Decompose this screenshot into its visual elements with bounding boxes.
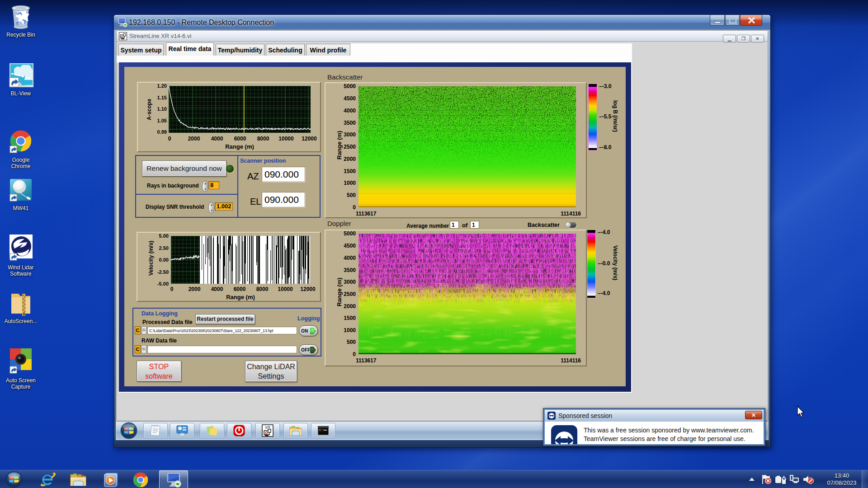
svg-text:C:\: C:\ [319,429,325,432]
